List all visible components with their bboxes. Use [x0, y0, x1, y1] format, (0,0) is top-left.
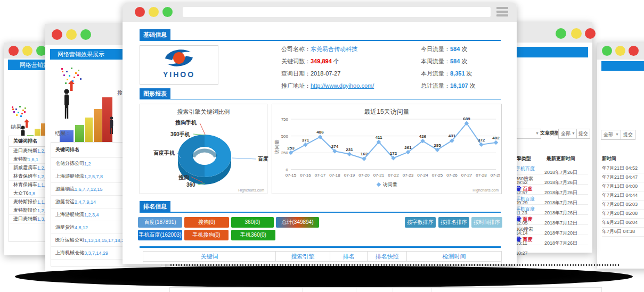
col-keyword: 关键词 [143, 252, 276, 261]
keyword-cell: 游艇货运 [51, 198, 75, 205]
table-row: 年7月6日 04:38 [602, 227, 644, 237]
keyword-cell: 上海游艇物流 [51, 173, 84, 180]
table-row: 360搜索2018年7月26日 12:57 [516, 174, 588, 185]
table-row: 手机百度2018年7月26日 12:05 [516, 204, 588, 215]
maximize-window-icon[interactable] [162, 7, 173, 17]
table-row: 年6月23日 06:04 [602, 218, 644, 228]
chevron-down-icon: ▼ [572, 129, 575, 138]
minimize-window-icon[interactable] [66, 29, 77, 40]
rank-cell[interactable]: 1,6,1 [28, 157, 38, 162]
baidu-logo: 百度 [516, 216, 533, 222]
engine-filter-button[interactable]: 手机百度(162003) [138, 230, 182, 240]
close-window-icon[interactable] [52, 29, 62, 40]
column-header-engine-type: 擎类型 [517, 155, 531, 162]
window-chrome [597, 43, 644, 60]
keyword-cell: 麦特斯 [9, 156, 28, 163]
chevron-down-icon: ▼ [615, 130, 619, 139]
rank-cell[interactable]: 3,3,7,14,29 [84, 251, 108, 256]
engine-link[interactable]: 手机百度 [516, 196, 535, 202]
page-title-bar [601, 61, 644, 71]
table-row: 百度2018年7月26日 10:27 [516, 235, 588, 245]
rank-cell[interactable]: 1,2,5,7,8 [84, 174, 103, 179]
minimize-window-icon[interactable] [615, 46, 625, 56]
keyword-cell: 进口麦特斯 [9, 215, 37, 222]
ranking-divider [140, 246, 501, 248]
table-row: 年7月20日 05:03 [602, 200, 644, 210]
close-window-icon[interactable] [585, 28, 596, 39]
sort-button[interactable]: 按时间排序 [471, 217, 502, 228]
keyword-cell: 麦特斯报价 [9, 207, 37, 214]
type-select[interactable]: 全部 ▼ [601, 130, 621, 140]
keyword-cell: 游艇物流 [51, 186, 75, 193]
rank-cell[interactable]: 1,2 [84, 161, 91, 166]
browser-chrome [123, 3, 517, 22]
submit-button[interactable]: 提交 [621, 130, 635, 140]
keyword-cell: 上海游艇物流 [51, 211, 84, 218]
shadow-base [15, 266, 633, 287]
article-type-select[interactable]: 全部 ▼ [558, 129, 577, 139]
ranking-buttons-layer: 百度(187891)搜狗(0)360(0)总计(349894)手机百度(1620… [123, 22, 517, 264]
keyword-cell: 上海机械仓储 [51, 249, 84, 256]
sort-button[interactable]: 按排名排序 [438, 217, 469, 228]
table-row: 360搜索2018年7月20日 13:11 [516, 224, 588, 235]
keyword-cell: 仓储分拣公司 [51, 160, 84, 167]
article-type-label: 文章类型 [540, 130, 559, 137]
red-arrow-up-icon [68, 80, 75, 91]
keyword-cell: 进口麦特斯 [9, 147, 37, 154]
keyword-cell: 林青保姆车 [9, 173, 37, 180]
dashboard-body: 基础信息 YIHOO 公司名称：东莞易合传动科技关键词数：349,894 个查询… [123, 22, 517, 264]
engine-label: 360搜索 [516, 176, 533, 181]
table-row: 年7月13日 04:00 [602, 182, 644, 191]
minimize-window-icon[interactable] [149, 7, 159, 17]
minimize-window-icon[interactable] [22, 46, 32, 56]
rank-cell[interactable]: 2,4,7,9,14 [75, 199, 96, 205]
engine-filter-button[interactable]: 360(0) [231, 217, 274, 228]
maximize-window-icon[interactable] [556, 28, 566, 39]
close-window-icon[interactable] [629, 46, 639, 56]
result-label: 结果： [55, 130, 71, 137]
col-rank: 排名 [28, 138, 37, 145]
keyword-cell: 医疗运输公司 [51, 237, 84, 244]
engine-filter-button[interactable]: 总计(349894) [276, 217, 319, 228]
minimize-window-icon[interactable] [571, 28, 582, 39]
submit-button[interactable]: 提交 [576, 129, 590, 139]
table-row: 手机百度2018年7月26日 11:23 [516, 194, 588, 205]
person-figure [109, 116, 115, 135]
sort-button[interactable]: 按字数排序 [405, 217, 436, 228]
menu-icon[interactable] [496, 7, 508, 18]
window-remnant-bottom [169, 287, 602, 292]
person-figure [63, 89, 70, 120]
close-window-icon[interactable] [135, 7, 145, 17]
col-rank-snapshot: 排名快照 [368, 252, 407, 261]
col-keyword: 关键词 [9, 138, 28, 145]
column-header-latest-update: 最新更新时间 [547, 155, 575, 162]
col-rank: 排名 [70, 146, 79, 153]
rank-cell[interactable]: 1,2,3,4 [84, 212, 99, 218]
close-window-icon[interactable] [9, 46, 19, 56]
keyword-cell: 游艇货运 [51, 224, 75, 231]
ranking-table-header: 关键词 搜索引擎 排名 排名快照 检测时间 [143, 251, 502, 262]
keyword-cell: 大众T6 [9, 190, 29, 197]
table-row: 年7月20日 05:08 [602, 209, 644, 219]
col-engine: 搜索引擎 [276, 252, 330, 261]
rank-cell[interactable]: 4,8,12 [75, 225, 88, 230]
url-bar[interactable] [183, 7, 491, 17]
window-seo-dashboard: 基础信息 YIHOO 公司名称：东莞易合传动科技关键词数：349,894 个查询… [123, 3, 517, 264]
rank-cell[interactable]: 3,8 [29, 191, 36, 196]
engine-filter-button[interactable]: 百度(187891) [138, 217, 182, 228]
engine-link[interactable]: 手机百度 [516, 206, 535, 212]
rank-cell[interactable]: 1,6,7,7,12,15 [75, 187, 103, 192]
engine-filter-button[interactable]: 搜狗(0) [184, 217, 229, 228]
keyword-cell: 新威霆房车 [9, 164, 37, 171]
col-check-time: 检测时间 [407, 252, 501, 261]
engine-link[interactable]: 手机百度 [516, 166, 535, 171]
maximize-window-icon[interactable] [602, 46, 612, 56]
keyword-cell: 麦特斯报价 [9, 198, 37, 205]
table-row: 手机百度2018年7月26日 09:52 [516, 164, 588, 174]
engine-filter-button[interactable]: 手机360(0) [231, 230, 275, 240]
maximize-window-icon[interactable] [80, 29, 91, 40]
table-row: 年7月21日 04:44 [602, 191, 644, 201]
rank-cell[interactable]: 1,13,14,15,17,18,23 [84, 238, 127, 243]
engine-filter-button[interactable]: 手机搜狗(0) [184, 230, 229, 240]
col-rank: 排名 [330, 252, 368, 261]
